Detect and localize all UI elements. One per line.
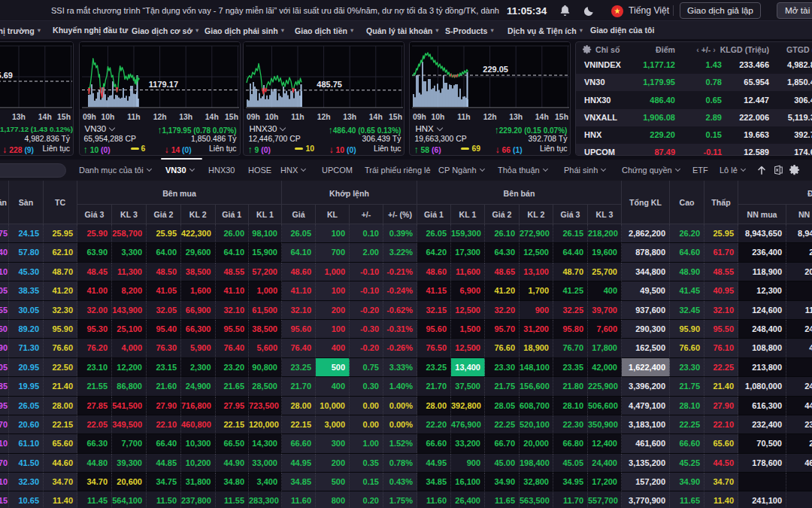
svg-text:15h: 15h	[225, 113, 238, 121]
svg-text:10h: 10h	[101, 113, 114, 121]
svg-text:11h: 11h	[292, 113, 304, 121]
svg-text:11h: 11h	[458, 113, 471, 121]
svg-text:14h: 14h	[38, 113, 52, 121]
svg-text:13h: 13h	[179, 113, 192, 121]
svg-text:1,175.69: 1,175.69	[0, 71, 13, 80]
svg-text:12h: 12h	[153, 113, 166, 121]
svg-text:13h: 13h	[344, 113, 357, 121]
svg-text:14h: 14h	[535, 113, 549, 121]
svg-text:09h: 09h	[247, 113, 260, 121]
svg-text:15h: 15h	[389, 113, 402, 121]
svg-text:15h: 15h	[555, 113, 568, 121]
svg-text:13h: 13h	[510, 113, 523, 121]
svg-text:1179.17: 1179.17	[148, 80, 177, 89]
svg-text:12h: 12h	[483, 113, 497, 121]
svg-text:485.75: 485.75	[317, 80, 343, 89]
svg-text:10h: 10h	[432, 113, 445, 121]
svg-text:14h: 14h	[369, 113, 383, 121]
svg-text:10h: 10h	[265, 113, 279, 121]
svg-text:11h: 11h	[127, 113, 140, 121]
svg-text:15h: 15h	[57, 113, 71, 121]
svg-text:09h: 09h	[413, 113, 426, 121]
svg-text:14h: 14h	[205, 113, 218, 121]
svg-text:12h: 12h	[317, 113, 331, 121]
svg-text:229.05: 229.05	[483, 65, 509, 74]
svg-text:13h: 13h	[12, 113, 26, 121]
svg-text:09h: 09h	[83, 113, 96, 121]
